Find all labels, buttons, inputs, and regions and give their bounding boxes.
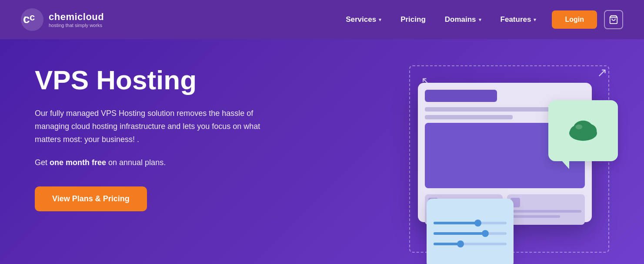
expand-arrow-right-icon: ↗ [597, 65, 607, 80]
slider-fill-2 [434, 232, 486, 235]
hero-content: VPS Hosting Our fully managed VPS Hostin… [35, 48, 283, 211]
card-line-3 [511, 210, 581, 213]
hero-section: VPS Hosting Our fully managed VPS Hostin… [0, 39, 644, 264]
nav-features[interactable]: Features ▾ [493, 11, 544, 28]
nav-links: Services ▾ Pricing Domains ▾ Features ▾ … [338, 10, 623, 29]
hero-description: Our fully managed VPS Hosting solution r… [35, 107, 283, 146]
browser-line-2 [425, 115, 513, 119]
slider-thumb-2 [482, 230, 489, 237]
hero-annual-offer: Get one month free on annual plans. [35, 158, 283, 167]
logo-area[interactable]: c c chemicloud hosting that simply works [21, 8, 104, 31]
slider-track-3 [434, 243, 507, 245]
svg-point-8 [575, 125, 582, 129]
slider-track-1 [434, 222, 507, 224]
browser-line-1 [425, 107, 553, 112]
sliders-panel [427, 199, 514, 264]
chevron-down-icon-domains: ▾ [479, 17, 481, 23]
nav-domains[interactable]: Domains ▾ [437, 11, 489, 28]
slider-track-2 [434, 232, 507, 235]
slider-thumb-3 [457, 240, 464, 247]
browser-card-2 [507, 194, 585, 225]
hero-annual-bold: one month free [50, 158, 106, 167]
svg-text:c: c [30, 12, 35, 23]
browser-bar [425, 90, 497, 102]
slider-fill-1 [434, 222, 479, 224]
cart-button[interactable] [604, 10, 623, 29]
cart-icon [609, 15, 618, 24]
chevron-down-icon: ▾ [379, 17, 381, 23]
nav-services[interactable]: Services ▾ [338, 11, 389, 28]
nav-pricing[interactable]: Pricing [393, 11, 434, 28]
cloud-speech-bubble [548, 100, 618, 161]
slider-thumb-1 [474, 220, 481, 227]
hero-title: VPS Hosting [35, 65, 283, 95]
logo-text: chemicloud hosting that simply works [49, 11, 104, 28]
brand-name: chemicloud [49, 11, 104, 23]
hero-illustration: ↖ ↗ [314, 39, 644, 264]
navigation: c c chemicloud hosting that simply works… [0, 0, 644, 39]
login-button[interactable]: Login [552, 10, 597, 29]
card-line-4 [511, 215, 560, 218]
cloud-icon [566, 118, 601, 144]
brand-tagline: hosting that simply works [49, 23, 104, 28]
chevron-down-icon-features: ▾ [534, 17, 536, 23]
cta-button[interactable]: View Plans & Pricing [35, 186, 147, 211]
chemicloud-logo-icon: c c [21, 8, 43, 31]
